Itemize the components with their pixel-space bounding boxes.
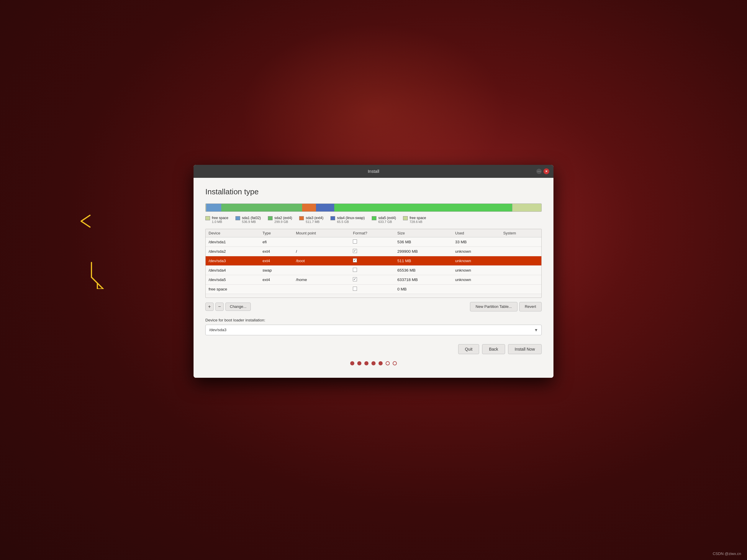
legend-color-free1	[205, 216, 210, 220]
cell-system	[500, 275, 541, 284]
table-row[interactable]: /dev/sda2 ext4 / 299900 MB unknown	[206, 246, 541, 256]
page-dot-6	[386, 361, 390, 365]
cell-mount	[293, 284, 350, 294]
cell-system	[500, 256, 541, 265]
cell-system	[500, 237, 541, 246]
cell-size: 0 MB	[394, 284, 452, 294]
legend-name-sda1: sda1 (fat32)	[242, 216, 261, 220]
cell-device: /dev/sda1	[206, 237, 260, 246]
cell-type: ext4	[260, 275, 293, 284]
page-dot-3	[364, 361, 368, 365]
format-checkbox[interactable]	[353, 258, 357, 263]
pbar-sda1	[206, 204, 221, 211]
table-row-selected[interactable]: /dev/sda3 ext4 /boot 511 MB unknown	[206, 256, 541, 265]
format-checkbox[interactable]	[353, 239, 357, 244]
cell-used: unknown	[452, 265, 500, 275]
table-toolbar: + − Change... New Partition Table... Rev…	[205, 302, 542, 312]
legend-sda4: sda4 (linux-swap) 65.5 GB	[330, 216, 365, 223]
cell-format[interactable]	[350, 246, 394, 256]
legend-color-sda3	[299, 216, 304, 220]
cell-type: ext4	[260, 256, 293, 265]
cell-used: unknown	[452, 256, 500, 265]
close-button[interactable]: ×	[543, 168, 549, 174]
legend-size-sda5: 633.7 GB	[378, 220, 396, 223]
quit-button[interactable]: Quit	[458, 344, 480, 354]
table-row[interactable]: /dev/sda5 ext4 /home 633718 MB unknown	[206, 275, 541, 284]
legend-size-sda4: 65.5 GB	[337, 220, 365, 223]
cell-type	[260, 284, 293, 294]
revert-button[interactable]: Revert	[519, 302, 542, 312]
titlebar-controls: — ×	[536, 168, 549, 174]
legend-size-sda3: 511.7 MB	[306, 220, 323, 223]
cell-size: 536 MB	[394, 237, 452, 246]
page-dots	[205, 361, 542, 368]
cell-format[interactable]	[350, 275, 394, 284]
format-checkbox[interactable]	[353, 277, 357, 281]
col-system: System	[500, 229, 541, 237]
pbar-sda3	[302, 204, 316, 211]
cell-used: unknown	[452, 275, 500, 284]
pbar-sda4	[316, 204, 334, 211]
page-dot-4	[371, 361, 376, 365]
legend-sda1: sda1 (fat32) 536.9 MB	[235, 216, 261, 223]
install-now-button[interactable]: Install Now	[508, 344, 542, 354]
main-content: Installation type free space 1.0 MB	[194, 178, 553, 378]
cell-format[interactable]	[350, 265, 394, 275]
legend-name-sda3: sda3 (ext4)	[306, 216, 323, 220]
legend-name-free2: free space	[410, 216, 426, 220]
pbar-free2	[512, 204, 541, 211]
cell-size: 65536 MB	[394, 265, 452, 275]
pbar-sda2	[221, 204, 302, 211]
legend-color-sda5	[372, 216, 377, 220]
cell-device: /dev/sda5	[206, 275, 260, 284]
format-checkbox[interactable]	[353, 287, 357, 291]
change-button[interactable]: Change...	[225, 302, 251, 311]
annotation-arrow1	[78, 212, 96, 230]
cell-mount: /home	[293, 275, 350, 284]
cell-format[interactable]	[350, 256, 394, 265]
cell-mount	[293, 265, 350, 275]
legend-color-sda2	[268, 216, 273, 220]
cell-format[interactable]	[350, 284, 394, 294]
bootloader-label: Device for boot loader installation:	[205, 318, 542, 322]
pbar-sda5	[334, 204, 512, 211]
col-device: Device	[206, 229, 260, 237]
bootloader-select-wrapper: /dev/sda3 /dev/sda /dev/sda1 /dev/sda2 ▼	[205, 325, 542, 335]
legend-color-sda1	[235, 216, 240, 220]
legend-color-sda4	[330, 216, 335, 220]
legend-sda2: sda2 (ext4) 299.9 GB	[268, 216, 292, 223]
page-dot-7	[393, 361, 397, 365]
legend-size-free1: 1.0 MB	[212, 220, 228, 223]
cell-format[interactable]	[350, 237, 394, 246]
minimize-icon: —	[537, 169, 541, 174]
legend-name-sda5: sda5 (ext4)	[378, 216, 396, 220]
legend-name-sda4: sda4 (linux-swap)	[337, 216, 365, 220]
partition-table-wrapper: Device Type Mount point Format? Size Use…	[205, 229, 542, 298]
legend-sda3: sda3 (ext4) 511.7 MB	[299, 216, 323, 223]
table-row[interactable]: /dev/sda1 efi 536 MB 33 MB	[206, 237, 541, 246]
format-checkbox[interactable]	[353, 268, 357, 272]
cell-mount: /	[293, 246, 350, 256]
cell-used	[452, 284, 500, 294]
add-partition-button[interactable]: +	[205, 302, 213, 311]
partition-bar	[205, 204, 542, 212]
format-checkbox[interactable]	[353, 249, 357, 253]
remove-partition-button[interactable]: −	[215, 302, 224, 311]
close-icon: ×	[545, 169, 547, 174]
bottom-buttons: Quit Back Install Now	[205, 344, 542, 354]
back-button[interactable]: Back	[482, 344, 505, 354]
install-window: Install — × Installation type	[194, 165, 553, 378]
col-size: Size	[394, 229, 452, 237]
table-row[interactable]: /dev/sda4 swap 65536 MB unknown	[206, 265, 541, 275]
minimize-button[interactable]: —	[536, 169, 542, 174]
cell-type: swap	[260, 265, 293, 275]
table-row[interactable]: free space 0 MB	[206, 284, 541, 294]
cell-device: /dev/sda2	[206, 246, 260, 256]
cell-device: /dev/sda3	[206, 256, 260, 265]
new-partition-table-button[interactable]: New Partition Table...	[470, 302, 517, 312]
legend-free1: free space 1.0 MB	[205, 216, 228, 223]
cell-type: efi	[260, 237, 293, 246]
bootloader-select[interactable]: /dev/sda3 /dev/sda /dev/sda1 /dev/sda2	[205, 325, 542, 335]
col-used: Used	[452, 229, 500, 237]
legend-sda5: sda5 (ext4) 633.7 GB	[372, 216, 396, 223]
